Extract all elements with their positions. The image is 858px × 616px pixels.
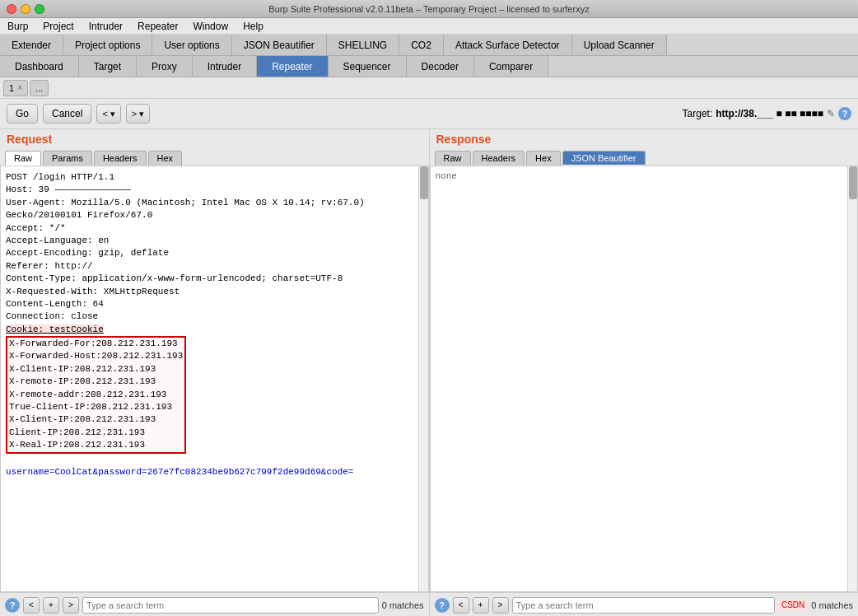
response-title: Response (436, 133, 492, 146)
response-header: Response (430, 129, 859, 149)
target-url: http://38.___ ■ ■■ ■■■■ (716, 108, 823, 119)
tab-attack-surface[interactable]: Attack Surface Detector (444, 35, 572, 55)
csdn-badge: CSDN (778, 600, 808, 610)
toolbar: Go Cancel < ▾ > ▾ Target: http://38.___ … (0, 99, 858, 129)
tabs-row2: Dashboard Target Proxy Intruder Repeater… (0, 56, 858, 77)
tab-sequencer[interactable]: Sequencer (329, 56, 407, 77)
menu-intruder[interactable]: Intruder (86, 20, 125, 33)
tab-co2[interactable]: CO2 (399, 35, 444, 55)
target-prefix: Target: (683, 108, 713, 119)
target-label: Target: http://38.___ ■ ■■ ■■■■ ✎ ? (683, 107, 851, 120)
prev-button[interactable]: < ▾ (96, 104, 120, 124)
resp-tab-raw[interactable]: Raw (435, 151, 471, 166)
add-search-right[interactable]: + (473, 597, 489, 614)
menu-project[interactable]: Project (40, 20, 76, 33)
menu-window[interactable]: Window (190, 20, 231, 33)
resp-tab-json-beautifier[interactable]: JSON Beautifier (562, 151, 646, 166)
search-input-right[interactable] (512, 597, 775, 614)
response-none: none (431, 166, 858, 186)
add-search-left[interactable]: + (43, 597, 59, 614)
response-content: none (430, 166, 859, 592)
cancel-button[interactable]: Cancel (43, 104, 91, 124)
response-panel: Response Raw Headers Hex JSON Beautifier… (430, 129, 859, 592)
status-panel-left: ? < + > 0 matches (0, 593, 430, 616)
req-tab-raw[interactable]: Raw (5, 151, 41, 166)
window-controls (7, 4, 44, 14)
request-body[interactable]: POST /login HTTP/1.1 Host: 39 ——————————… (1, 166, 428, 591)
next-search-right[interactable]: > (492, 597, 509, 614)
req-tab-headers[interactable]: Headers (94, 151, 147, 166)
menu-burp[interactable]: Burp (5, 20, 30, 33)
tab-dashboard[interactable]: Dashboard (0, 56, 79, 77)
tab-repeater[interactable]: Repeater (257, 56, 328, 77)
menu-repeater[interactable]: Repeater (135, 20, 180, 33)
req-tab-number: 1 (9, 83, 14, 93)
edit-icon[interactable]: ✎ (827, 108, 835, 119)
req-tab-hex[interactable]: Hex (148, 151, 183, 166)
response-panel-tabs: Raw Headers Hex JSON Beautifier (430, 149, 859, 166)
maximize-button[interactable] (35, 4, 44, 14)
request-tabs: 1 × ... (0, 77, 858, 99)
search-input-left[interactable] (82, 597, 379, 614)
tab-intruder[interactable]: Intruder (193, 56, 257, 77)
tab-user-options[interactable]: User options (152, 35, 231, 55)
tab-upload-scanner[interactable]: Upload Scanner (572, 35, 667, 55)
req-tab-more[interactable]: ... (30, 80, 49, 96)
help-circle-left[interactable]: ? (5, 598, 20, 613)
status-panel-right: ? < + > CSDN 0 matches (430, 593, 859, 616)
resp-tab-hex[interactable]: Hex (526, 151, 561, 166)
tab-comparer[interactable]: Comparer (474, 56, 548, 77)
status-bar: ? < + > 0 matches ? < + > CSDN 0 matches (0, 592, 858, 616)
tab-proxy[interactable]: Proxy (137, 56, 193, 77)
req-tab-1[interactable]: 1 × (3, 80, 28, 96)
next-button[interactable]: > ▾ (126, 104, 150, 124)
tab-target[interactable]: Target (79, 56, 137, 77)
tab-json-beautifier[interactable]: JSON Beautifier (232, 35, 327, 55)
request-scrollbar-thumb (420, 166, 428, 199)
match-count-right: 0 matches (811, 600, 853, 610)
response-scrollbar-thumb (849, 166, 857, 199)
request-panel: Request Raw Params Headers Hex POST /log… (0, 129, 430, 592)
close-button[interactable] (7, 4, 16, 14)
request-panel-tabs: Raw Params Headers Hex (0, 149, 429, 166)
tab-decoder[interactable]: Decoder (407, 56, 474, 77)
menu-bar: Burp Project Intruder Repeater Window He… (0, 18, 858, 35)
window-title: Burp Suite Professional v2.0.11beta – Te… (268, 4, 589, 14)
request-scrollbar[interactable] (418, 166, 428, 591)
tab-shelling[interactable]: SHELLING (327, 35, 399, 55)
tab-project-options[interactable]: Project options (63, 35, 152, 55)
tab-extender[interactable]: Extender (0, 35, 63, 55)
request-content: POST /login HTTP/1.1 Host: 39 ——————————… (0, 166, 429, 592)
req-tab-params[interactable]: Params (43, 151, 92, 166)
prev-search-left[interactable]: < (23, 597, 40, 614)
match-count-left: 0 matches (382, 600, 424, 610)
minimize-button[interactable] (21, 4, 30, 14)
tabs-row1: Extender Project options User options JS… (0, 35, 858, 56)
resp-tab-headers[interactable]: Headers (473, 151, 525, 166)
prev-search-right[interactable]: < (453, 597, 469, 614)
request-header: Request (0, 129, 429, 149)
help-icon-toolbar[interactable]: ? (838, 107, 851, 120)
menu-help[interactable]: Help (240, 20, 266, 33)
main-content: Request Raw Params Headers Hex POST /log… (0, 129, 858, 592)
go-button[interactable]: Go (7, 104, 38, 124)
next-search-left[interactable]: > (63, 597, 79, 614)
title-bar: Burp Suite Professional v2.0.11beta – Te… (0, 0, 858, 18)
request-title: Request (7, 133, 52, 146)
help-circle-right[interactable]: ? (435, 598, 450, 613)
response-scrollbar[interactable] (847, 166, 857, 591)
req-tab-close[interactable]: × (17, 83, 22, 92)
